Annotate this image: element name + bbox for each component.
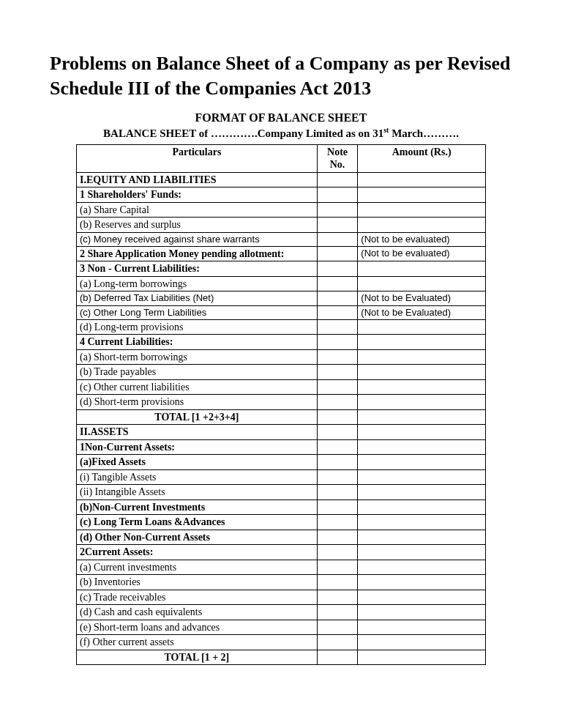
cell-particulars: (b) Inventories — [77, 575, 318, 590]
cell-note — [317, 335, 357, 350]
cell-amount — [358, 276, 486, 291]
cell-particulars: (c) Other Long Term Liabilities — [77, 305, 318, 319]
cell-particulars: (d) Short-term provisions — [77, 395, 318, 410]
cell-note — [317, 379, 357, 395]
cell-amount — [358, 469, 486, 485]
table-row: (d) Long-term provisions — [77, 319, 486, 335]
cell-amount — [358, 575, 486, 590]
cell-particulars: (e) Short-term loans and advances — [77, 620, 318, 635]
cell-amount — [358, 530, 486, 545]
col-amount: Amount (Rs.) — [358, 144, 486, 172]
cell-particulars: (a) Current investments — [77, 560, 318, 575]
table-header-row: Particulars Note No. Amount (Rs.) — [77, 144, 486, 172]
table-row: 3 Non - Current Liabilities: — [77, 261, 486, 277]
cell-particulars: (a) Share Capital — [77, 202, 318, 218]
cell-particulars: (b) Deferred Tax Liabilities (Net) — [77, 291, 318, 305]
cell-particulars: 4 Current Liabilities: — [77, 335, 318, 350]
col-particulars: Particulars — [77, 144, 318, 172]
cell-amount — [358, 319, 486, 335]
table-row: TOTAL [1 +2+3+4] — [77, 409, 486, 425]
cell-note — [317, 261, 357, 277]
cell-amount — [358, 187, 486, 203]
cell-amount — [358, 409, 486, 425]
cell-amount — [358, 650, 486, 665]
cell-note — [317, 635, 357, 650]
table-row: (d) Cash and cash equivalents — [77, 605, 486, 620]
cell-particulars: 1 Shareholders' Funds: — [77, 187, 318, 203]
cell-particulars: (b)Non-Current Investments — [77, 499, 318, 515]
cell-amount: (Not to be Evaluated) — [358, 291, 486, 305]
cell-particulars: (a) Long-term borrowings — [77, 276, 318, 291]
cell-note — [317, 439, 357, 455]
cell-note — [317, 575, 357, 590]
table-row: (b)Non-Current Investments — [77, 499, 486, 515]
cell-particulars: (b) Reserves and surplus — [77, 218, 318, 233]
cell-note — [317, 485, 357, 500]
cell-amount: (Not to be evaluated) — [358, 246, 486, 261]
cell-particulars: 1Non-Current Assets: — [77, 439, 318, 455]
cell-amount — [358, 395, 486, 410]
table-row: (d) Other Non-Current Assets — [77, 530, 486, 545]
cell-amount: (Not to be evaluated) — [358, 232, 486, 246]
cell-note — [317, 650, 357, 665]
table-row: I.EQUITY AND LIABILITIES — [77, 172, 486, 187]
cell-note — [317, 365, 357, 380]
cell-note — [317, 319, 357, 335]
sheetline-pre: BALANCE SHEET of ………….Company Limited as… — [103, 127, 383, 139]
cell-particulars: TOTAL [1 + 2] — [77, 650, 318, 665]
cell-amount — [358, 261, 486, 277]
cell-note — [317, 187, 357, 203]
cell-amount — [358, 202, 486, 218]
table-row: (a) Short-term borrowings — [77, 349, 486, 365]
table-row: 1Non-Current Assets: — [77, 439, 486, 455]
table-row: (d) Short-term provisions — [77, 395, 486, 410]
cell-note — [317, 395, 357, 410]
cell-amount — [358, 635, 486, 650]
cell-note — [317, 349, 357, 365]
cell-note — [317, 455, 357, 470]
table-row: (b) Inventories — [77, 575, 486, 590]
cell-amount — [358, 379, 486, 395]
sheet-line: BALANCE SHEET of ………….Company Limited as… — [50, 126, 512, 140]
cell-note — [317, 409, 357, 425]
cell-amount — [358, 439, 486, 455]
cell-particulars: (c) Other current liabilities — [77, 379, 318, 395]
cell-amount — [358, 425, 486, 440]
page-title: Problems on Balance Sheet of a Company a… — [50, 51, 512, 101]
table-row: 2Current Assets: — [77, 545, 486, 560]
cell-particulars: (d) Cash and cash equivalents — [77, 605, 318, 620]
table-row: (c) Long Term Loans &Advances — [77, 515, 486, 530]
cell-amount — [358, 499, 486, 515]
cell-amount — [358, 560, 486, 575]
cell-particulars: I.EQUITY AND LIABILITIES — [77, 172, 318, 187]
cell-amount — [358, 515, 486, 530]
table-row: (c) Other Long Term Liabilities(Not to b… — [77, 305, 486, 319]
table-row: (a) Share Capital — [77, 202, 486, 218]
cell-particulars: (f) Other current assets — [77, 635, 318, 650]
table-row: TOTAL [1 + 2] — [77, 650, 486, 665]
cell-particulars: (c) Long Term Loans &Advances — [77, 515, 318, 530]
cell-amount — [358, 605, 486, 620]
cell-note — [317, 605, 357, 620]
cell-particulars: (i) Tangible Assets — [77, 469, 318, 485]
table-row: (c) Money received against share warrant… — [77, 232, 486, 246]
table-row: (c) Trade receivables — [77, 590, 486, 605]
cell-amount — [358, 590, 486, 605]
cell-note — [317, 246, 357, 261]
cell-particulars: (d) Other Non-Current Assets — [77, 530, 318, 545]
cell-amount — [358, 545, 486, 560]
table-row: (c) Other current liabilities — [77, 379, 486, 395]
cell-note — [317, 530, 357, 545]
cell-note — [317, 202, 357, 218]
table-row: (a)Fixed Assets — [77, 455, 486, 470]
cell-note — [317, 305, 357, 319]
table-row: (f) Other current assets — [77, 635, 486, 650]
table-row: (a) Current investments — [77, 560, 486, 575]
cell-note — [317, 425, 357, 440]
table-row: 4 Current Liabilities: — [77, 335, 486, 350]
table-row: 1 Shareholders' Funds: — [77, 187, 486, 203]
sheetline-post: March………. — [389, 127, 459, 139]
format-subtitle: FORMAT OF BALANCE SHEET — [50, 111, 512, 125]
balance-sheet-table: Particulars Note No. Amount (Rs.) I.EQUI… — [76, 144, 486, 666]
cell-note — [317, 545, 357, 560]
